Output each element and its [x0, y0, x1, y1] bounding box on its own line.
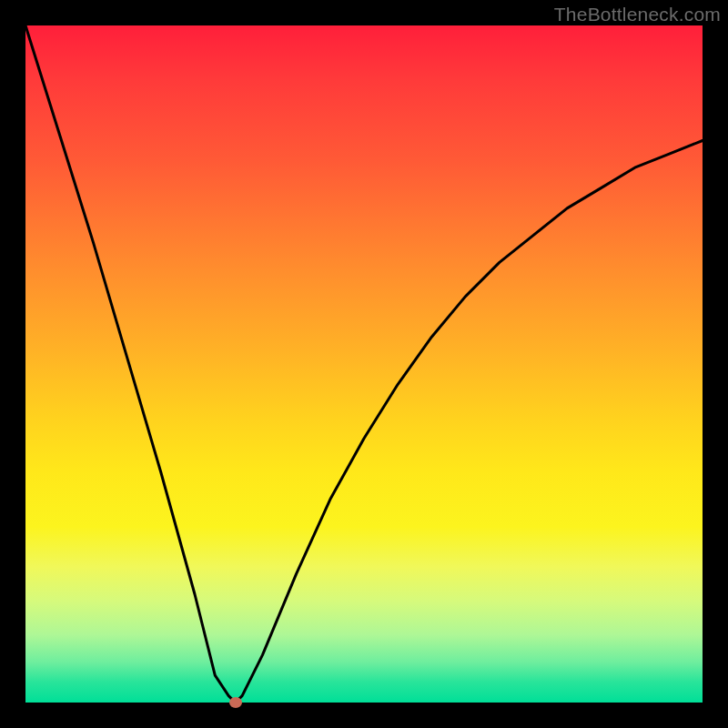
- chart-frame: TheBottleneck.com: [0, 0, 728, 728]
- plot-area: [25, 25, 703, 703]
- watermark-text: TheBottleneck.com: [554, 4, 721, 25]
- minimum-marker: [229, 697, 242, 708]
- bottleneck-curve: [25, 25, 703, 703]
